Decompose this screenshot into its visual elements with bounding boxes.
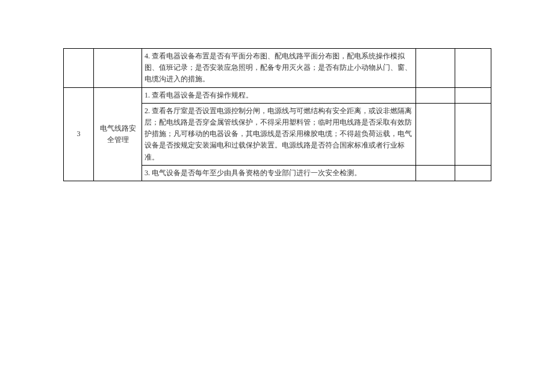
table-row: 3 电气线路安全管理 1. 查看电器设备是否有操作规程。	[64, 87, 491, 103]
description-cell: 4. 查看电器设备布置是否有平面分布图、配电线路平面分布图，配电系统操作模拟图、…	[142, 49, 416, 88]
description-cell: 2. 查看各厅室是否设置电源控制分闸，电源线与可燃结构有安全距离，或设非燃隔离层…	[142, 103, 416, 165]
category-cell	[94, 49, 142, 88]
row-number-cell: 3	[64, 87, 94, 181]
blank-cell	[416, 49, 455, 88]
blank-cell	[455, 87, 491, 103]
blank-cell	[416, 165, 455, 181]
table-row: 4. 查看电器设备布置是否有平面分布图、配电线路平面分布图，配电系统操作模拟图、…	[64, 49, 491, 88]
blank-cell	[416, 87, 455, 103]
row-number-cell	[64, 49, 94, 88]
description-cell: 3. 电气设备是否每年至少由具备资格的专业部门进行一次安全检测。	[142, 165, 416, 181]
blank-cell	[416, 103, 455, 165]
blank-cell	[455, 49, 491, 88]
blank-cell	[455, 103, 491, 165]
description-cell: 1. 查看电器设备是否有操作规程。	[142, 87, 416, 103]
blank-cell	[455, 165, 491, 181]
category-cell: 电气线路安全管理	[94, 87, 142, 181]
inspection-table: 4. 查看电器设备布置是否有平面分布图、配电线路平面分布图，配电系统操作模拟图、…	[63, 48, 491, 181]
